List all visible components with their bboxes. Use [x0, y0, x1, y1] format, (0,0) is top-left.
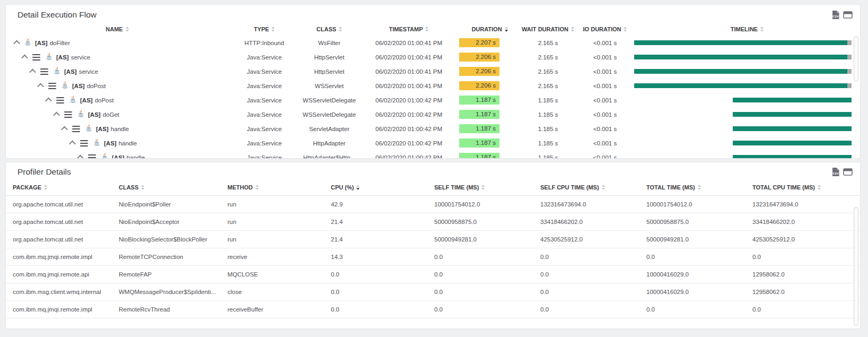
execution-flow-row[interactable]: [AS]handleJava:ServiceHttpAdapter06/02/2…	[6, 136, 860, 150]
duration-cell: 1.187 s	[459, 96, 520, 105]
execution-flow-row[interactable]: [AS]doPostJava:ServiceWSServlet06/02/202…	[6, 79, 860, 93]
row-menu-icon[interactable]	[72, 126, 80, 132]
method-cell: receiveBuffer	[221, 306, 324, 313]
io-duration-cell: <0.001 s	[576, 97, 634, 103]
timeline-bar	[634, 40, 847, 45]
execution-flow-row[interactable]: [AS]doGetJava:ServiceWSServletDelegate06…	[6, 107, 860, 122]
sort-arrows-icon	[256, 185, 259, 190]
menu-bar	[88, 154, 96, 155]
flow-header-io-duration[interactable]: IO DURATION	[576, 26, 634, 32]
type-cell: Java:Service	[229, 68, 300, 75]
profiler-header-self-cpu-time-ms-[interactable]: SELF CPU TIME (MS)	[533, 184, 639, 191]
row-menu-icon[interactable]	[80, 140, 88, 146]
flow-header-class[interactable]: CLASS	[300, 26, 358, 32]
profiler-header-total-time-ms-[interactable]: TOTAL TIME (MS)	[639, 184, 746, 191]
column-header-label: SELF TIME (MS)	[434, 184, 479, 191]
collapse-caret-icon[interactable]	[77, 155, 84, 159]
class-cell: WsFilter	[300, 40, 358, 46]
profiler-header-total-cpu-time-ms-[interactable]: TOTAL CPU TIME (MS)	[746, 184, 860, 191]
self-time-cell: 50000958875.0	[427, 219, 533, 225]
flow-header-timestamp[interactable]: TIMESTAMP	[358, 26, 459, 32]
execution-flow-row[interactable]: [AS]doFilterHTTP:InboundWsFilter06/02/20…	[6, 36, 860, 50]
profiler-header-package[interactable]: PACKAGE	[6, 184, 112, 191]
cpu-percent-cell: 42.9	[324, 201, 427, 208]
timestamp-cell: 06/02/2020 01:00:41 PM	[358, 83, 459, 89]
profiler-row[interactable]: com.ibm.mq.jmqi.remote.implRemoteRcvThre…	[6, 301, 860, 318]
profiler-header-method[interactable]: METHOD	[221, 184, 324, 191]
execution-flow-row[interactable]: [AS]serviceJava:ServiceHttpServlet06/02/…	[6, 64, 860, 79]
profiler-header-class[interactable]: CLASS	[112, 184, 221, 191]
column-header-label: TIMELINE	[731, 26, 758, 32]
execution-flow-row[interactable]: [AS]serviceJava:ServiceHttpServlet06/02/…	[6, 50, 860, 64]
flow-header-duration[interactable]: DURATION	[459, 26, 520, 32]
row-menu-icon[interactable]	[88, 154, 96, 159]
collapse-caret-icon[interactable]	[29, 69, 36, 76]
flow-vertical-scrollbar-thumb[interactable]	[854, 36, 858, 82]
collapse-caret-icon[interactable]	[21, 55, 28, 62]
flow-header-name[interactable]: NAME	[6, 26, 229, 32]
menu-bar	[40, 68, 48, 70]
wait-duration-cell: 1.185 s	[520, 140, 576, 146]
sort-up-arrow	[818, 185, 821, 187]
wait-duration-cell: 1.185 s	[520, 154, 576, 159]
self-cpu-time-cell: 0.0	[533, 306, 639, 313]
timeline-bar	[733, 112, 852, 117]
profiler-header-cpu-[interactable]: CPU (%)	[324, 184, 427, 191]
execution-flow-row[interactable]: [AS]doPostJava:ServiceWSServletDelegate0…	[6, 93, 860, 107]
profiler-row[interactable]: com.ibm.msg.client.wmq.internalWMQMessag…	[6, 283, 860, 301]
execution-flow-row[interactable]: [AS]handleJava:ServiceHttpAdapter$Http..…	[6, 150, 860, 159]
self-cpu-time-cell: 0.0	[533, 254, 639, 260]
profiler-header-self-time-ms-[interactable]: SELF TIME (MS)	[427, 184, 533, 191]
package-cell: com.ibm.msg.client.wmq.internal	[6, 289, 112, 295]
collapse-caret-icon[interactable]	[53, 112, 60, 119]
row-menu-icon[interactable]	[64, 111, 72, 118]
duration-cell: 2.207 s	[459, 38, 520, 47]
self-time-cell: 0.0	[427, 271, 533, 278]
sort-arrows-icon	[425, 27, 428, 32]
name-label: service	[71, 54, 90, 61]
method-cell: run	[221, 219, 324, 225]
class-cell: RemoteRcvThread	[112, 306, 221, 313]
timeline-cell	[634, 98, 860, 102]
sort-arrows-icon	[481, 185, 485, 190]
sort-down-arrow	[481, 188, 485, 190]
name-cell: [AS]doPost	[6, 81, 229, 90]
flow-header-wait-duration[interactable]: WAIT DURATION	[520, 26, 576, 32]
column-header-label: CLASS	[317, 26, 336, 32]
collapse-caret-icon[interactable]	[61, 126, 68, 133]
row-menu-icon[interactable]	[48, 83, 56, 89]
timeline-bar	[634, 55, 847, 59]
row-menu-icon[interactable]	[40, 68, 48, 75]
flow-header-timeline[interactable]: TIMELINE	[634, 26, 860, 32]
profiler-vertical-scrollbar-thumb[interactable]	[854, 207, 858, 326]
timestamp-cell: 06/02/2020 01:00:42 PM	[358, 97, 459, 103]
timeline-track	[634, 40, 852, 45]
profiler-row[interactable]: org.apache.tomcat.util.netNioEndpoint$Po…	[6, 196, 860, 213]
profiler-row[interactable]: com.ibm.mq.jmqi.remote.implRemoteTCPConn…	[6, 248, 860, 266]
row-menu-icon[interactable]	[56, 97, 64, 103]
timeline-bar	[634, 83, 847, 88]
collapse-caret-icon[interactable]	[37, 83, 44, 90]
io-duration-cell: <0.001 s	[576, 83, 634, 89]
profiler-panel-titlebar: Profiler Details CSV	[6, 162, 860, 179]
row-menu-icon[interactable]	[32, 54, 40, 61]
export-csv-icon[interactable]: CSV	[832, 168, 839, 176]
collapse-caret-icon[interactable]	[69, 141, 76, 148]
execution-flow-row[interactable]: [AS]handleJava:ServiceServletAdapter06/0…	[6, 122, 860, 136]
profiler-row[interactable]: org.apache.tomcat.util.netNioEndpoint$Ac…	[6, 213, 860, 231]
open-in-window-icon[interactable]	[843, 11, 853, 19]
method-cell: run	[221, 201, 324, 208]
timestamp-cell: 06/02/2020 01:00:41 PM	[358, 40, 459, 46]
timeline-bar-tail	[847, 69, 852, 74]
sort-up-arrow	[271, 27, 275, 29]
menu-bar	[80, 140, 88, 141]
open-in-window-icon[interactable]	[843, 168, 853, 176]
export-csv-icon[interactable]: CSV	[832, 11, 839, 19]
flow-header-type[interactable]: TYPE	[229, 26, 300, 32]
profiler-row[interactable]: com.ibm.mq.jmqi.remote.apiRemoteFAPMQCLO…	[6, 266, 860, 283]
name-prefix: [AS]	[72, 83, 85, 89]
profiler-row[interactable]: org.apache.tomcat.util.netNioBlockingSel…	[6, 231, 860, 248]
collapse-caret-icon[interactable]	[13, 40, 20, 47]
collapse-caret-icon[interactable]	[45, 98, 52, 105]
timeline-cell	[634, 112, 860, 117]
